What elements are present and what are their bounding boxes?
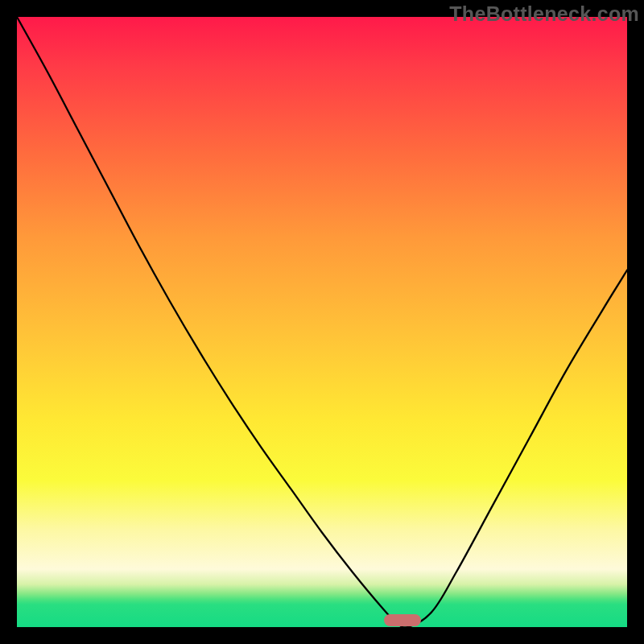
chart-plot-area <box>17 17 627 627</box>
watermark-text: TheBottleneck.com <box>449 2 639 26</box>
optimal-marker <box>384 614 421 626</box>
bottleneck-curve <box>17 17 627 627</box>
